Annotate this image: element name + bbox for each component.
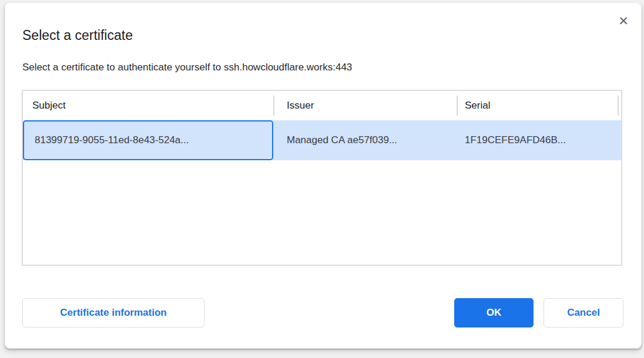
ok-button[interactable]: OK (454, 298, 534, 327)
dialog-title: Select a certificate (22, 28, 133, 43)
column-header-serial-label: Serial (465, 100, 490, 112)
cell-serial: 1F19CEFE9AFD46B... (457, 120, 621, 160)
dialog-subtitle: Select a certificate to authenticate you… (22, 62, 352, 73)
cell-subject: 81399719-9055-11ed-8e43-524a... (23, 120, 273, 160)
certificate-row-selected[interactable]: 81399719-9055-11ed-8e43-524a... Managed … (23, 120, 621, 160)
column-header-serial: Serial (457, 91, 621, 120)
column-header-issuer-label: Issuer (287, 100, 314, 112)
certificate-table: Subject Issuer Serial 81399719-9055-11ed… (22, 90, 622, 266)
column-header-subject: Subject (23, 91, 273, 120)
certificate-select-dialog: ✕ Select a certificate Select a certific… (5, 2, 642, 349)
column-divider (273, 96, 274, 116)
cell-issuer: Managed CA ae57f039... (273, 120, 457, 160)
certificate-information-button[interactable]: Certificate information (22, 298, 204, 327)
table-header-row: Subject Issuer Serial (23, 91, 621, 120)
column-header-subject-label: Subject (32, 100, 66, 112)
column-divider (618, 96, 619, 116)
column-divider (457, 96, 458, 116)
close-icon[interactable]: ✕ (614, 11, 633, 30)
cancel-button[interactable]: Cancel (544, 298, 623, 327)
column-header-issuer: Issuer (273, 91, 457, 120)
